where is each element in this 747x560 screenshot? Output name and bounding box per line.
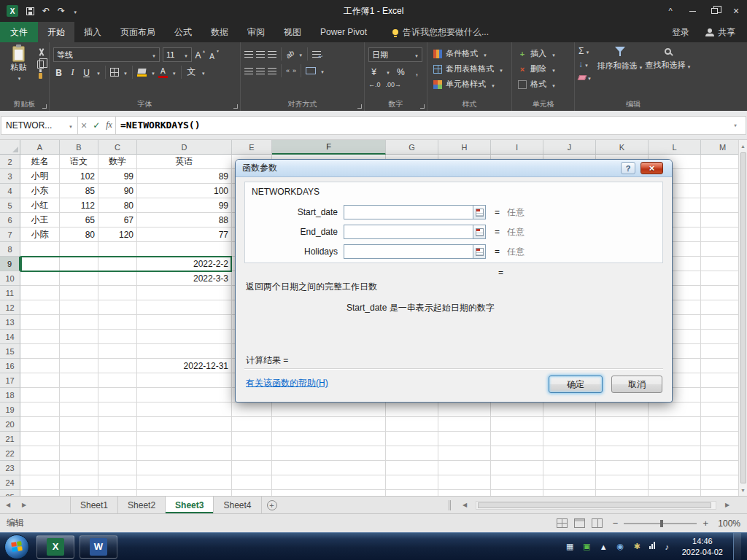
cell-B8[interactable]	[60, 242, 98, 257]
align-left-icon[interactable]	[244, 68, 253, 74]
sign-in-button[interactable]: 登录	[672, 26, 689, 39]
row-header-13[interactable]: 13	[0, 315, 20, 330]
cell-E23[interactable]	[232, 461, 272, 475]
cell-C21[interactable]	[98, 432, 137, 446]
cell-G20[interactable]	[386, 417, 438, 432]
cell-M8[interactable]	[701, 242, 738, 257]
col-header-H[interactable]: H	[438, 140, 491, 155]
cell-B11[interactable]	[60, 286, 98, 300]
zoom-out-icon[interactable]	[613, 518, 619, 529]
cell-G19[interactable]	[386, 402, 438, 417]
row-header-20[interactable]: 20	[0, 417, 20, 432]
styles-item-2[interactable]: 单元格样式	[431, 77, 508, 92]
col-header-M[interactable]: M	[701, 140, 738, 155]
row-header-5[interactable]: 5	[0, 198, 20, 213]
cell-B20[interactable]	[60, 417, 98, 432]
close-button[interactable]	[725, 0, 747, 22]
zoom-in-icon[interactable]	[703, 518, 708, 529]
cell-K19[interactable]	[596, 402, 649, 417]
cell-M16[interactable]	[701, 359, 738, 373]
cell-H19[interactable]	[438, 402, 491, 417]
cell-M12[interactable]	[701, 300, 738, 315]
cell-D25[interactable]	[137, 490, 232, 496]
cell-C14[interactable]	[98, 330, 137, 344]
number-dialog-launcher-icon[interactable]	[420, 104, 425, 109]
name-box-dropdown-icon[interactable]	[67, 120, 73, 131]
cancel-button[interactable]: 取消	[611, 376, 662, 393]
ribbon-tab-1[interactable]: 插入	[74, 22, 111, 42]
font-color-dropdown-icon[interactable]	[171, 68, 177, 77]
start_date-input[interactable]	[344, 205, 473, 219]
cell-F22[interactable]	[272, 446, 386, 461]
cell-E24[interactable]	[232, 475, 272, 490]
cell-D18[interactable]	[137, 388, 232, 402]
borders-dropdown-icon[interactable]	[122, 68, 128, 77]
cell-D5[interactable]: 99	[137, 198, 232, 213]
cell-H21[interactable]	[438, 432, 491, 446]
phonetic-guide-button[interactable]: 文	[186, 66, 197, 78]
dialog-title-bar[interactable]: 函数参数	[236, 160, 672, 177]
taskbar-excel-button[interactable]: X	[36, 535, 74, 559]
row-header-3[interactable]: 3	[0, 169, 20, 184]
fill-color-button[interactable]	[137, 69, 147, 77]
cell-C15[interactable]	[98, 344, 137, 359]
cell-C11[interactable]	[98, 286, 137, 300]
find-select-button[interactable]: 查找和选择	[644, 44, 692, 82]
select-all-corner[interactable]	[0, 140, 20, 155]
cell-C12[interactable]	[98, 300, 137, 315]
cell-B18[interactable]	[60, 388, 98, 402]
cell-C23[interactable]	[98, 461, 137, 475]
row-header-11[interactable]: 11	[0, 286, 20, 300]
undo-icon[interactable]	[42, 6, 50, 16]
cell-C2[interactable]: 数学	[98, 155, 137, 169]
cell-E22[interactable]	[232, 446, 272, 461]
cell-F25[interactable]	[272, 490, 386, 496]
cell-M3[interactable]	[701, 169, 738, 184]
security-icon[interactable]: ▣	[582, 542, 592, 551]
align-top-icon[interactable]	[244, 51, 253, 58]
holidays-input[interactable]	[344, 244, 473, 259]
cell-A13[interactable]	[20, 315, 60, 330]
start_date-range-picker-button[interactable]	[473, 205, 486, 219]
cell-L19[interactable]	[649, 402, 701, 417]
cell-K20[interactable]	[596, 417, 649, 432]
ribbon-tab-0[interactable]: 开始	[38, 22, 74, 42]
vertical-scrollbar[interactable]	[738, 140, 747, 496]
shrink-font-button[interactable]: A	[209, 49, 220, 61]
cell-C24[interactable]	[98, 475, 137, 490]
cell-M7[interactable]	[701, 228, 738, 242]
update-icon[interactable]: ◉	[616, 542, 625, 551]
underline-button[interactable]: U	[81, 66, 92, 78]
cell-B2[interactable]: 语文	[60, 155, 98, 169]
orientation-dropdown-icon[interactable]	[297, 50, 303, 58]
scroll-up-icon[interactable]	[740, 141, 746, 150]
cell-H25[interactable]	[438, 490, 491, 496]
cell-M22[interactable]	[701, 446, 738, 461]
cell-M25[interactable]	[701, 490, 738, 496]
file-tab[interactable]: 文件	[0, 22, 38, 42]
borders-icon[interactable]	[110, 68, 119, 77]
expand-formula-bar-icon[interactable]	[729, 122, 741, 128]
cell-D21[interactable]	[137, 432, 232, 446]
cell-B5[interactable]: 112	[60, 198, 98, 213]
increase-indent-icon[interactable]: »	[293, 67, 296, 74]
cell-G22[interactable]	[386, 446, 438, 461]
cell-B9[interactable]	[60, 257, 98, 271]
cell-B22[interactable]	[60, 446, 98, 461]
dialog-close-button[interactable]	[640, 162, 663, 174]
row-header-10[interactable]: 10	[0, 271, 20, 286]
cell-J22[interactable]	[543, 446, 596, 461]
col-header-D[interactable]: D	[137, 140, 232, 155]
cell-B13[interactable]	[60, 315, 98, 330]
cell-H22[interactable]	[438, 446, 491, 461]
cell-C17[interactable]	[98, 373, 137, 388]
format-painter-icon[interactable]	[39, 73, 42, 79]
cell-M15[interactable]	[701, 344, 738, 359]
cell-B10[interactable]	[60, 271, 98, 286]
name-box[interactable]: NETWOR...	[1, 116, 78, 135]
wrap-text-icon[interactable]	[312, 51, 321, 58]
cell-H23[interactable]	[438, 461, 491, 475]
phonetic-dropdown-icon[interactable]	[200, 68, 206, 77]
row-header-25[interactable]: 25	[0, 490, 20, 496]
cell-A19[interactable]	[20, 402, 60, 417]
